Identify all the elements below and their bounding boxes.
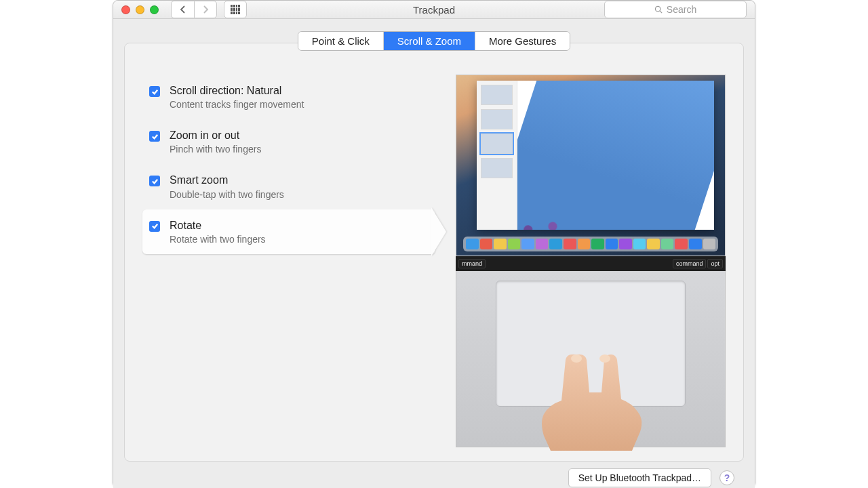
check-icon xyxy=(151,133,159,140)
search-field[interactable]: Search xyxy=(604,1,747,18)
preview-keyboard-row: mmand command opt xyxy=(456,256,726,271)
check-icon xyxy=(151,88,159,96)
svg-point-3 xyxy=(599,354,610,363)
svg-point-2 xyxy=(571,354,582,363)
setup-bluetooth-button[interactable]: Set Up Bluetooth Trackpad… xyxy=(568,468,711,487)
preferences-window: Trackpad Search Point & Click Scroll & Z… xyxy=(113,0,755,488)
minimize-window-button[interactable] xyxy=(136,5,144,14)
tab-more-gestures[interactable]: More Gestures xyxy=(475,32,570,50)
checkbox[interactable] xyxy=(149,176,160,186)
options-list: Scroll direction: Natural Content tracks… xyxy=(142,75,435,447)
option-rotate[interactable]: Rotate Rotate with two fingers xyxy=(142,209,435,254)
option-title: Rotate xyxy=(170,219,266,232)
close-window-button[interactable] xyxy=(121,5,130,14)
tab-bar: Point & Click Scroll & Zoom More Gesture… xyxy=(298,31,570,51)
checkbox[interactable] xyxy=(149,221,160,232)
check-icon xyxy=(151,222,159,230)
option-subtitle: Pinch with two fingers xyxy=(170,144,261,155)
option-title: Zoom in or out xyxy=(170,129,261,142)
zoom-window-button[interactable] xyxy=(150,5,159,14)
tab-point-click[interactable]: Point & Click xyxy=(298,32,384,50)
option-title: Smart zoom xyxy=(170,174,284,186)
svg-line-1 xyxy=(660,11,662,13)
footer: Set Up Bluetooth Trackpad… ? xyxy=(124,462,744,488)
forward-button[interactable] xyxy=(194,1,217,18)
content-area: Point & Click Scroll & Zoom More Gesture… xyxy=(113,19,755,488)
option-title: Scroll direction: Natural xyxy=(170,84,304,97)
preview-trackpad-area xyxy=(456,271,726,447)
search-placeholder: Search xyxy=(667,4,696,15)
back-button[interactable] xyxy=(171,1,194,18)
titlebar: Trackpad Search xyxy=(113,1,755,19)
option-zoom[interactable]: Zoom in or out Pinch with two fingers xyxy=(142,119,435,164)
preview-screen xyxy=(456,75,726,256)
option-subtitle: Rotate with two fingers xyxy=(170,234,266,245)
option-subtitle: Double-tap with two fingers xyxy=(170,189,284,200)
gesture-preview: mmand command opt xyxy=(456,75,726,447)
svg-point-0 xyxy=(655,6,660,11)
check-icon xyxy=(151,178,159,185)
option-scroll-direction[interactable]: Scroll direction: Natural Content tracks… xyxy=(142,75,435,119)
option-subtitle: Content tracks finger movement xyxy=(170,99,304,110)
chevron-right-icon xyxy=(202,5,209,14)
search-icon xyxy=(654,5,663,14)
tab-scroll-zoom[interactable]: Scroll & Zoom xyxy=(384,32,475,50)
option-smart-zoom[interactable]: Smart zoom Double-tap with two fingers xyxy=(142,164,435,209)
grid-icon xyxy=(231,5,240,14)
help-button[interactable]: ? xyxy=(719,470,734,485)
preview-app-window xyxy=(477,81,714,230)
hand-icon xyxy=(516,349,665,451)
settings-well: Scroll direction: Natural Content tracks… xyxy=(124,43,744,462)
chevron-left-icon xyxy=(180,5,186,14)
nav-buttons xyxy=(171,1,217,18)
checkbox[interactable] xyxy=(149,131,160,142)
show-all-button[interactable] xyxy=(224,1,247,18)
window-controls xyxy=(121,5,159,14)
checkbox[interactable] xyxy=(149,86,160,97)
preview-dock xyxy=(463,237,718,251)
